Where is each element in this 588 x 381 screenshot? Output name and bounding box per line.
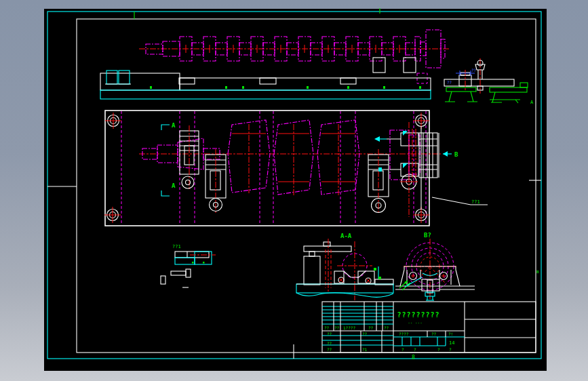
bottom-cell: ? [437, 347, 440, 352]
view-b-title: B? [424, 232, 431, 239]
leader-note-text: ??1 [471, 199, 480, 205]
sig-cell: ?1 [362, 347, 368, 352]
drawing-sheet: A B 8 [0, 0, 588, 381]
drawing-title-dots: .. ... [408, 319, 423, 324]
bottom-cell: ? [401, 347, 404, 352]
rev-cell: ?? [384, 325, 389, 330]
dimension-note: ?? [471, 68, 477, 73]
scale-cell: ?? [431, 332, 437, 336]
rev-cell: 1???? [343, 325, 355, 330]
section-a-label-top: A [172, 122, 176, 129]
view-b-label: B [454, 151, 458, 158]
drawing-title: ????????? [397, 311, 439, 319]
sig-cell: ?? [327, 332, 332, 336]
scale-cell: ?! [448, 332, 453, 336]
rev-cell: ?? [334, 325, 340, 330]
part-note-text: ??1 [172, 244, 181, 249]
zone-number-bottom: 8 [412, 355, 415, 361]
section-a-label-bottom: A [172, 182, 176, 189]
section-aa-title: A-A [340, 233, 352, 239]
bottom-cell: ? [414, 347, 416, 352]
scale-cell: ???? [399, 332, 409, 336]
sheet-count: 14 [449, 340, 454, 346]
sig-cell: ?? [327, 347, 332, 352]
rev-cell: ?? [368, 325, 374, 330]
sig-cell: ?? [327, 341, 332, 346]
bottom-cell: ? [449, 347, 452, 352]
zone-letter-lower: B [536, 269, 539, 274]
drawing-canvas[interactable] [44, 9, 547, 371]
rev-cell: ?? [324, 325, 330, 330]
cad-viewer-background: A B 8 [0, 0, 588, 381]
dimension-note: ?? [447, 80, 452, 85]
sig-cell: ?? [362, 332, 368, 336]
